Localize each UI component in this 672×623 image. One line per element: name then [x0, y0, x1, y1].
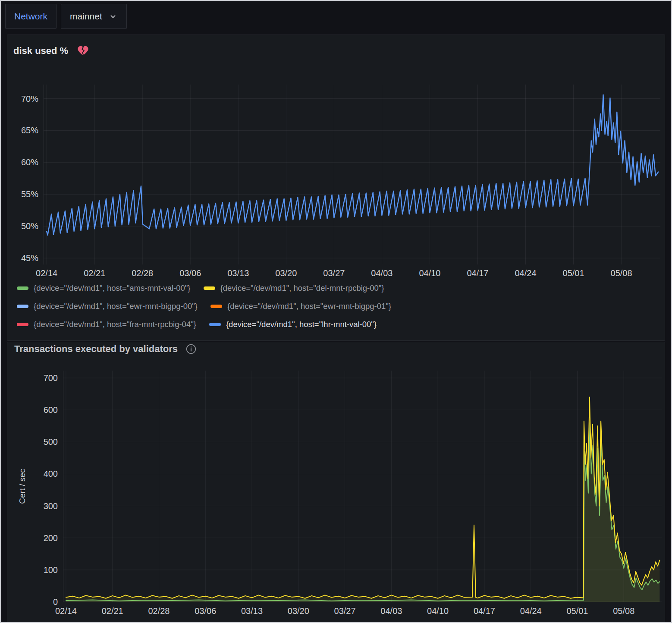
- legend-series-swatch: [210, 305, 222, 308]
- legend-series-label: {device="/dev/md1", host="ams-mnt-val-00…: [34, 283, 191, 293]
- x-tick-label: 05/01: [563, 268, 584, 278]
- variable-value-dropdown[interactable]: mainnet: [61, 4, 127, 29]
- x-tick-label: 03/06: [195, 606, 216, 616]
- y-tick-label: 70%: [21, 94, 38, 104]
- y-tick-label: 55%: [21, 189, 38, 199]
- x-tick-label: 03/13: [241, 606, 263, 616]
- legend-item[interactable]: {device="/dev/md1", host="ewr-mnt-bigpg-…: [210, 302, 391, 311]
- legend-series-swatch: [17, 286, 28, 290]
- legend-row: {device="/dev/md1", host="fra-mnt-rpcbig…: [17, 320, 391, 329]
- panel-disk-used: disk used % 45%50%55%60%65%70% 02/1402/2…: [7, 35, 665, 341]
- x-tick-label: 04/17: [467, 268, 488, 278]
- legend-series-label: {device="/dev/md1", host="ewr-mnt-bigpg-…: [227, 302, 391, 311]
- legend-row: {device="/dev/md1", host="ams-mnt-val-00…: [17, 283, 391, 293]
- x-tick-label: 05/08: [611, 268, 632, 278]
- broken-heart-icon: [77, 44, 89, 57]
- legend-item[interactable]: {device="/dev/md1", host="ewr-mnt-bigpg-…: [17, 302, 198, 311]
- legend-series-label: {device="/dev/md1", host="fra-mnt-rpcbig…: [34, 320, 196, 329]
- y-tick-label: 200: [44, 533, 58, 543]
- variable-label-network: Network: [5, 4, 57, 29]
- x-tick-label: 02/21: [84, 268, 105, 278]
- y-tick-label: 65%: [21, 126, 38, 135]
- y-tick-label: 700: [44, 373, 58, 383]
- legend-series-label: {device="/dev/md1", host="lhr-mnt-val-00…: [226, 320, 377, 329]
- x-tick-label: 02/28: [148, 606, 170, 616]
- x-tick-label: 03/20: [288, 606, 309, 616]
- tx-chart-y-axis: 0100200300400500600700: [7, 371, 58, 602]
- x-tick-label: 05/08: [613, 606, 634, 616]
- legend-series-swatch: [17, 323, 28, 326]
- y-tick-label: 100: [44, 565, 58, 575]
- disk-chart-x-axis: 02/1402/2102/2803/0603/1303/2003/2704/03…: [44, 268, 660, 280]
- y-tick-label: 60%: [21, 157, 38, 167]
- y-tick-label: 300: [44, 501, 58, 511]
- x-tick-label: 04/24: [520, 606, 542, 616]
- x-tick-label: 03/27: [323, 268, 345, 278]
- x-tick-label: 04/24: [515, 268, 536, 278]
- y-tick-label: 50%: [21, 221, 38, 231]
- x-tick-label: 03/13: [227, 268, 249, 278]
- disk-chart-plot-area[interactable]: [44, 85, 660, 264]
- legend-item[interactable]: {device="/dev/md1", host="lhr-mnt-val-00…: [209, 320, 377, 329]
- dashboard-variable-bar: Network mainnet: [5, 4, 127, 29]
- y-tick-label: 500: [44, 437, 58, 447]
- panel-disk-title-row[interactable]: disk used %: [13, 44, 89, 57]
- legend-row: {device="/dev/md1", host="ewr-mnt-bigpg-…: [17, 302, 391, 311]
- x-tick-label: 03/20: [275, 268, 297, 278]
- tx-chart-x-axis: 02/1402/2102/2803/0603/1303/2003/2704/03…: [63, 606, 662, 617]
- x-tick-label: 04/17: [474, 606, 495, 616]
- panel-transactions: Transactions executed by validators Cert…: [7, 342, 665, 623]
- x-tick-label: 04/10: [427, 606, 449, 616]
- x-tick-label: 04/03: [380, 606, 402, 616]
- x-tick-label: 02/21: [102, 606, 123, 616]
- x-tick-label: 03/06: [179, 268, 201, 278]
- panel-disk-title: disk used %: [13, 45, 68, 57]
- y-tick-label: 400: [44, 469, 58, 479]
- y-tick-label: 45%: [21, 253, 38, 263]
- x-tick-label: 02/28: [132, 268, 153, 278]
- x-tick-label: 02/14: [36, 268, 57, 278]
- x-tick-label: 03/27: [334, 606, 356, 616]
- tx-chart-plot-area[interactable]: [63, 371, 662, 602]
- panel-tx-title-row[interactable]: Transactions executed by validators: [14, 343, 197, 355]
- variable-value-text: mainnet: [70, 11, 102, 22]
- x-tick-label: 05/01: [566, 606, 588, 616]
- legend-series-swatch: [209, 323, 221, 326]
- panel-tx-title: Transactions executed by validators: [14, 343, 178, 355]
- x-tick-label: 02/14: [55, 606, 77, 616]
- y-tick-label: 600: [44, 405, 58, 415]
- legend-series-swatch: [17, 305, 28, 308]
- chevron-down-icon: [108, 12, 118, 21]
- disk-chart-legend: {device="/dev/md1", host="ams-mnt-val-00…: [17, 283, 391, 329]
- legend-series-label: {device="/dev/md1", host="ewr-mnt-bigpg-…: [34, 302, 198, 311]
- legend-series-swatch: [204, 286, 215, 290]
- y-tick-label: 0: [53, 597, 58, 607]
- legend-series-label: {device="/dev/md1", host="del-mnt-rpcbig…: [220, 283, 384, 293]
- disk-chart-y-axis: 45%50%55%60%65%70%: [7, 85, 38, 264]
- legend-item[interactable]: {device="/dev/md1", host="fra-mnt-rpcbig…: [17, 320, 196, 329]
- legend-item[interactable]: {device="/dev/md1", host="ams-mnt-val-00…: [17, 283, 191, 293]
- x-tick-label: 04/03: [371, 268, 393, 278]
- x-tick-label: 04/10: [419, 268, 440, 278]
- info-circle-icon[interactable]: [185, 343, 197, 355]
- legend-item[interactable]: {device="/dev/md1", host="del-mnt-rpcbig…: [204, 283, 384, 293]
